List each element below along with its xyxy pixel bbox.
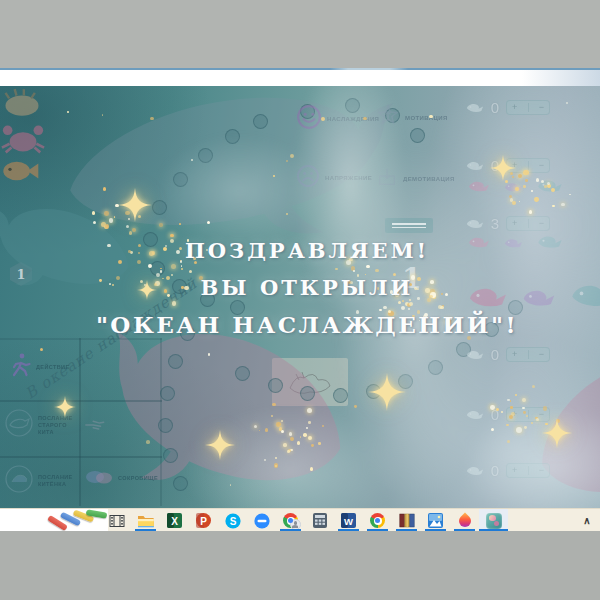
board-path-space <box>428 360 443 375</box>
counter-value: 0 <box>489 406 501 423</box>
file-explorer-icon <box>137 514 154 528</box>
game-app-icon <box>486 513 502 529</box>
whale-counter-icon <box>466 345 484 363</box>
category-card: ПОСЛАНИЕ СТАРОГО КИТА <box>4 408 74 442</box>
stepper-divider <box>528 350 529 359</box>
crayons-logo[interactable] <box>46 511 108 531</box>
desktop-bottom-margin <box>0 531 600 600</box>
powerpoint-icon: P <box>196 513 211 528</box>
svg-text:W: W <box>344 516 353 527</box>
category-card: СОКРОВИЩЕ <box>84 466 154 490</box>
headline-line-2: ВЫ ОТКРЫЛИ <box>14 269 600 306</box>
chrome-icon <box>370 513 385 528</box>
category-card-label: ПОСЛАНИЕ КИТЁНКА <box>38 474 74 488</box>
stepper-divider <box>528 219 529 228</box>
category-card-label: ДЕЙСТВИЕ <box>36 364 70 371</box>
plus-button[interactable]: + <box>512 349 517 360</box>
counter-stepper[interactable]: +− <box>506 216 550 231</box>
board-grid-line <box>160 338 162 506</box>
plus-button[interactable]: + <box>512 218 517 229</box>
minus-button[interactable]: − <box>539 218 544 229</box>
congrats-message: ПОЗДРАВЛЯЕМ! ВЫ ОТКРЫЛИ "ОКЕАН НАСЛАЖДЕН… <box>14 232 600 344</box>
board-grid-line <box>79 338 81 506</box>
taskbar-app-file-explorer[interactable] <box>131 509 160 532</box>
word-icon: W <box>341 513 356 528</box>
taskbar-app-task-view[interactable] <box>102 509 131 532</box>
slide-top-margin-right-shade <box>522 70 600 86</box>
counter-row: 0+− <box>466 461 550 479</box>
taskbar-app-skype[interactable]: S <box>218 509 247 532</box>
slide-top-margin <box>0 70 600 86</box>
counter-stepper[interactable]: +− <box>506 463 550 478</box>
board-path-space <box>300 386 315 401</box>
plus-button[interactable]: + <box>512 409 517 420</box>
whale-counter-icon <box>466 214 484 232</box>
board-path-space <box>235 366 250 381</box>
counter-row: 3+− <box>466 214 550 232</box>
desktop-screen: В океане наслаждений 1 1 НАСЛАЖДЕНИЯМОТИ… <box>0 0 600 600</box>
taskbar-app-powerpoint[interactable]: P <box>189 509 218 532</box>
task-view-icon <box>109 514 125 528</box>
minus-button[interactable]: − <box>539 465 544 476</box>
counter-stepper[interactable]: +− <box>506 347 550 362</box>
taskbar-app-photos[interactable] <box>421 509 450 532</box>
taskbar: XPSW ∧ <box>0 508 600 531</box>
taskbar-app-zoom[interactable] <box>247 509 276 532</box>
whale-sketch-icon <box>4 408 34 442</box>
chrome-icon <box>283 513 298 528</box>
counter-row: 0+− <box>466 345 550 363</box>
whale-counter-icon <box>466 405 484 423</box>
board-path-space <box>398 374 413 389</box>
taskbar-apps: XPSW <box>102 509 508 532</box>
firefox-icon <box>456 512 473 529</box>
minus-button[interactable]: − <box>539 349 544 360</box>
board-grid-line <box>0 400 162 402</box>
svg-text:S: S <box>229 516 236 527</box>
counter-value: 0 <box>489 346 501 363</box>
board-path-space <box>160 386 175 401</box>
taskbar-app-winrar[interactable] <box>392 509 421 532</box>
hedgehog-icon <box>0 86 600 122</box>
board-path-space <box>366 384 381 399</box>
counter-value: 0 <box>489 462 501 479</box>
runner-icon <box>8 352 32 382</box>
fish-icon <box>0 158 600 188</box>
crab-icon <box>0 122 600 158</box>
skype-icon: S <box>225 513 241 529</box>
category-card <box>84 416 106 436</box>
photos-icon <box>428 513 443 528</box>
board-path-space <box>168 354 183 369</box>
category-card-label: ПОСЛАНИЕ СТАРОГО КИТА <box>38 415 74 436</box>
clouds-icon <box>84 466 114 490</box>
stepper-divider <box>528 410 529 419</box>
whale-counter-icon <box>466 461 484 479</box>
board-grid-line <box>0 456 162 458</box>
taskbar-overflow-chevron[interactable]: ∧ <box>578 512 596 529</box>
board-path-space <box>173 476 188 491</box>
taskbar-app-word[interactable]: W <box>334 509 363 532</box>
counter-row: 0+− <box>466 405 550 423</box>
minus-button[interactable]: − <box>539 409 544 420</box>
hand-icon <box>84 416 106 436</box>
taskbar-app-calculator[interactable] <box>305 509 334 532</box>
headline-line-3: "ОКЕАН НАСЛАЖДЕНИЙ"! <box>14 306 600 344</box>
board-path-space <box>333 388 348 403</box>
zoom-icon <box>254 513 270 529</box>
board-path-space <box>152 200 167 215</box>
window-top-chrome <box>0 0 600 68</box>
board-path-space <box>163 448 178 463</box>
svg-text:P: P <box>200 516 207 527</box>
taskbar-app-chrome-profile[interactable] <box>276 509 305 532</box>
taskbar-app-excel[interactable]: X <box>160 509 189 532</box>
category-card-label: СОКРОВИЩЕ <box>118 475 154 482</box>
taskbar-app-firefox[interactable] <box>450 509 479 532</box>
svg-text:X: X <box>171 516 178 527</box>
presentation-slide[interactable]: В океане наслаждений 1 1 НАСЛАЖДЕНИЯМОТИ… <box>0 86 600 508</box>
taskbar-app-chrome[interactable] <box>363 509 392 532</box>
winrar-icon <box>399 513 415 528</box>
stepper-divider <box>528 466 529 475</box>
category-card: ДЕЙСТВИЕ <box>8 352 70 382</box>
plus-button[interactable]: + <box>512 465 517 476</box>
taskbar-app-game-app[interactable] <box>479 509 508 532</box>
counter-stepper[interactable]: +− <box>506 407 550 422</box>
